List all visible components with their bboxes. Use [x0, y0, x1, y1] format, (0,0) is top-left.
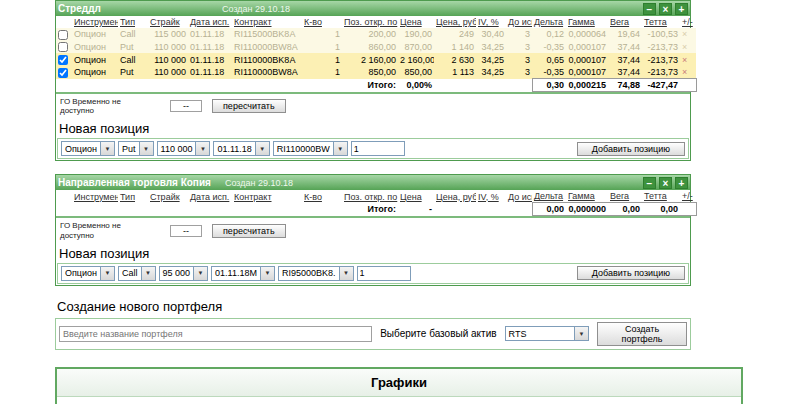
chevron-down-icon: ▼: [139, 142, 153, 155]
col-header-delta[interactable]: Дельта: [532, 16, 566, 28]
options-trading-page: Стреддл Создан 29.10.18 − × + Инструмент…: [0, 0, 800, 404]
instrument-select[interactable]: Опцион ▼: [61, 141, 115, 156]
strike-select[interactable]: 95 000 ▼: [159, 266, 209, 281]
col-header-vega[interactable]: Вега: [608, 190, 642, 203]
add-position-button[interactable]: Добавить позицию: [577, 142, 685, 156]
cell-price-rub: 1 140: [434, 41, 476, 54]
close-icon[interactable]: ×: [659, 3, 672, 15]
delete-row-icon[interactable]: ×: [682, 42, 687, 52]
col-header-iv[interactable]: IV, %: [476, 16, 506, 28]
col-header-gamma[interactable]: Гамма: [566, 16, 608, 28]
margin-value: --: [170, 100, 202, 112]
minimize-icon[interactable]: −: [643, 3, 656, 15]
margin-row: ГО Временно не доступно -- пересчитать: [56, 92, 690, 118]
col-header-price[interactable]: Цена: [398, 190, 434, 203]
col-header-price-rub[interactable]: Цена, руб.: [434, 190, 476, 203]
cell-type: Put: [118, 41, 148, 54]
exp-date-select[interactable]: 01.11.18 ▼: [213, 141, 269, 156]
col-header-exp-date[interactable]: Дата исп.: [188, 16, 232, 28]
col-header-theta[interactable]: Тетта: [642, 190, 680, 203]
col-header-type[interactable]: Тип: [118, 190, 148, 203]
col-header-pos-open[interactable]: Поз. откр. по: [342, 190, 398, 203]
col-header-type[interactable]: Тип: [118, 16, 148, 28]
window-buttons: − × +: [643, 3, 688, 15]
col-header-strike[interactable]: Страйк: [148, 16, 188, 28]
cell-days: 3: [506, 28, 532, 41]
create-portfolio-button[interactable]: Создать портфель: [597, 322, 687, 346]
recalculate-button[interactable]: пересчитать: [212, 99, 286, 113]
col-header-exp-date[interactable]: Дата исп.: [188, 190, 232, 203]
col-header-qty[interactable]: К-во: [302, 16, 342, 28]
cell-delta: -0,35: [532, 66, 566, 79]
row-checkbox[interactable]: [58, 30, 68, 40]
panel-header: Направленная торговля Копия Создан 29.10…: [56, 175, 690, 190]
option-type-select[interactable]: Call ▼: [118, 266, 156, 281]
totals-row: Итого: 0,00% 0,30 0,000215 74,88 -427,47: [56, 79, 696, 92]
base-asset-select[interactable]: RTS ▼: [505, 326, 589, 341]
close-icon[interactable]: ×: [659, 177, 672, 189]
col-header-delta[interactable]: Дельта: [532, 190, 566, 203]
strike-select[interactable]: 110 000 ▼: [157, 141, 211, 156]
panel-title: Направленная торговля Копия: [58, 177, 211, 188]
add-icon[interactable]: +: [675, 177, 688, 189]
cell-strike: 110 000: [148, 53, 188, 66]
row-checkbox[interactable]: [58, 68, 68, 78]
panel-header: Стреддл Создан 29.10.18 − × +: [56, 1, 690, 16]
cell-pos-open: 850,00: [342, 66, 398, 79]
totals-price: -: [398, 203, 434, 216]
cell-price-rub: 249: [434, 28, 476, 41]
delete-row-icon[interactable]: ×: [682, 29, 687, 39]
col-header-instrument[interactable]: Инструмент: [72, 190, 118, 203]
col-header-price[interactable]: Цена: [398, 16, 434, 28]
col-header-contract[interactable]: Контракт: [232, 190, 302, 203]
quantity-input[interactable]: [357, 266, 411, 281]
col-header-theta[interactable]: Тетта: [642, 16, 680, 28]
totals-vega: 74,88: [608, 79, 642, 92]
create-portfolio-row: Выберите базовый актив RTS ▼ Создать пор…: [55, 318, 691, 350]
add-position-button[interactable]: Добавить позицию: [577, 266, 685, 280]
row-checkbox[interactable]: [58, 42, 68, 52]
cell-theta: -213,73: [642, 41, 680, 54]
recalculate-button[interactable]: пересчитать: [212, 224, 286, 238]
row-checkbox[interactable]: [58, 55, 68, 65]
totals-delta: 0,00: [532, 203, 566, 216]
cell-exp-date: 01.11.18: [188, 41, 232, 54]
content-area: Стреддл Создан 29.10.18 − × + Инструмент…: [55, 0, 743, 404]
col-header-vega[interactable]: Вега: [608, 16, 642, 28]
col-header-iv[interactable]: IV, %: [476, 190, 506, 203]
window-buttons: − × +: [643, 177, 688, 189]
col-header-qty[interactable]: К-во: [302, 190, 342, 203]
cell-days: 3: [506, 53, 532, 66]
col-header-price-rub[interactable]: Цена, руб.: [434, 16, 476, 28]
cell-type: Call: [118, 28, 148, 41]
add-icon[interactable]: +: [675, 3, 688, 15]
col-header-days[interactable]: До исп.: [506, 16, 532, 28]
minimize-icon[interactable]: −: [643, 177, 656, 189]
exp-date-select[interactable]: 01.11.18M ▼: [211, 266, 275, 281]
contract-select[interactable]: RI95000BK8. ▼: [278, 266, 354, 281]
chevron-down-icon: ▼: [260, 267, 274, 280]
cell-gamma: 0,000107: [566, 66, 608, 79]
panel-title: Стреддл: [58, 3, 208, 14]
quantity-input[interactable]: [351, 141, 405, 156]
instrument-select[interactable]: Опцион ▼: [61, 266, 115, 281]
col-header-days[interactable]: До исп.: [506, 190, 532, 203]
col-header-strike[interactable]: Страйк: [148, 190, 188, 203]
col-header-contract[interactable]: Контракт: [232, 16, 302, 28]
totals-theta: -427,47: [642, 79, 680, 92]
col-header-pos-open[interactable]: Поз. откр. по: [342, 16, 398, 28]
contract-select[interactable]: RI110000BW ▼: [273, 141, 348, 156]
col-header-instrument[interactable]: Инструмент: [72, 16, 118, 28]
cell-instrument: Опцион: [72, 66, 118, 79]
positions-table: Инструмент Тип Страйк Дата исп. Контракт…: [56, 190, 697, 216]
delete-row-icon[interactable]: ×: [682, 67, 687, 77]
chevron-down-icon: ▼: [100, 267, 114, 280]
portfolio-name-input[interactable]: [59, 326, 372, 342]
totals-price: 0,00%: [398, 79, 434, 92]
table-row: Опцион Put 110 000 01.11.18 RI110000BW8A…: [56, 41, 696, 54]
col-header-gamma[interactable]: Гамма: [566, 190, 608, 203]
option-type-select[interactable]: Put ▼: [118, 141, 154, 156]
delete-row-icon[interactable]: ×: [682, 55, 687, 65]
col-header-checkbox: [56, 190, 72, 203]
totals-gamma: 0,000000: [566, 203, 608, 216]
